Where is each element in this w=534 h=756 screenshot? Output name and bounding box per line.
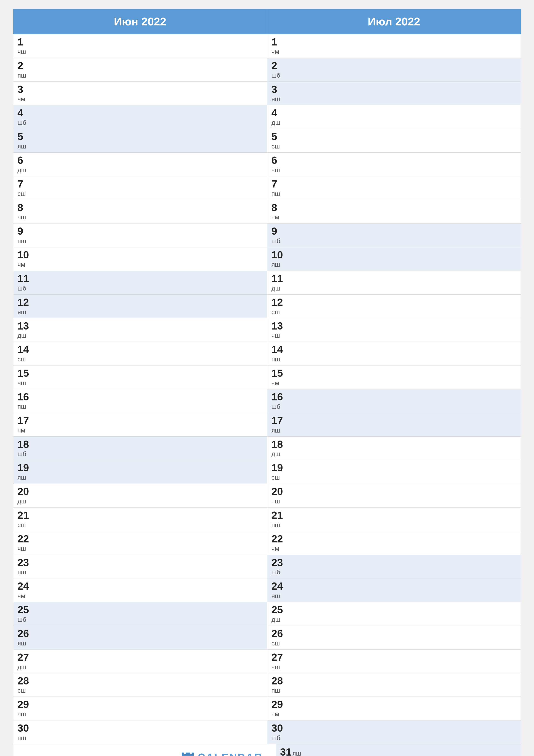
day-number: 24	[17, 580, 263, 592]
june-day-1: 1 чш	[13, 34, 267, 58]
july-day-20: 20 чш	[267, 484, 521, 507]
day-number: 9	[17, 226, 263, 237]
day-abbr: пш	[17, 403, 263, 411]
june-day-24: 24 чм	[13, 579, 267, 602]
day-number: 26	[271, 628, 517, 639]
day-abbr: дш	[17, 332, 263, 339]
calendar-logo: 7 CALENDAR	[181, 751, 263, 756]
june-day-30: 30 пш	[13, 720, 267, 744]
june-day-23: 23 пш	[13, 555, 267, 579]
day-abbr: дш	[17, 498, 263, 505]
july-day-26: 26 сш	[267, 626, 521, 650]
july-day-22: 22 чм	[267, 531, 521, 555]
july-day-27: 27 чш	[267, 650, 521, 673]
day-abbr: яш	[271, 592, 517, 600]
day-number: 2	[17, 60, 263, 71]
day-abbr: шб	[271, 237, 517, 245]
june-day-28: 28 сш	[13, 673, 267, 697]
july-day-25: 25 дш	[267, 602, 521, 626]
june-day-5: 5 яш	[13, 129, 267, 152]
july-day-1: 1 чм	[267, 34, 521, 58]
day-number: 10	[17, 249, 263, 261]
day-number: 18	[271, 439, 517, 450]
day-number: 27	[271, 652, 517, 663]
day-number: 26	[17, 628, 263, 639]
june-day-20: 20 дш	[13, 484, 267, 507]
june-title: Июн 2022	[114, 15, 166, 28]
june-day-13: 13 дш	[13, 318, 267, 342]
day-abbr: чм	[17, 95, 263, 103]
july-column: 1 чм 2 шб 3 яш 4 дш 5 сш 6 чш 7 пш 8 чм …	[267, 34, 521, 744]
day-abbr: чм	[17, 592, 263, 600]
day-abbr: пш	[271, 355, 517, 363]
day-abbr: яш	[17, 143, 263, 150]
day-abbr: сш	[17, 355, 263, 363]
day-abbr: дш	[271, 284, 517, 292]
day-number: 27	[17, 652, 263, 663]
day-abbr: чш	[271, 663, 517, 671]
day-number: 11	[271, 273, 517, 284]
july-day-17: 17 яш	[267, 413, 521, 437]
day-number: 8	[17, 202, 263, 214]
day-number: 29	[17, 699, 263, 710]
june-day-15: 15 чш	[13, 365, 267, 389]
day-number: 1	[271, 37, 517, 48]
june-day-2: 2 пш	[13, 58, 267, 82]
july-header: Июл 2022	[267, 9, 521, 34]
day-number: 15	[17, 368, 263, 379]
june-day-3: 3 чм	[13, 82, 267, 105]
day-abbr: яш	[271, 261, 517, 269]
june-day-11: 11 шб	[13, 271, 267, 295]
header-row: Июн 2022 Июл 2022	[13, 9, 521, 34]
day-number: 3	[17, 84, 263, 95]
day-abbr: шб	[271, 734, 517, 742]
day-abbr: сш	[271, 639, 517, 647]
july-day-19: 19 сш	[267, 460, 521, 484]
july-day-29: 29 чм	[267, 697, 521, 720]
day-number: 24	[271, 580, 517, 592]
day-abbr: яш	[292, 750, 301, 756]
day-abbr: шб	[17, 450, 263, 458]
day-number: 6	[271, 155, 517, 166]
day-abbr: чш	[17, 213, 263, 221]
day-abbr: дш	[17, 166, 263, 174]
day-abbr: чм	[271, 379, 517, 387]
day-abbr: дш	[271, 450, 517, 458]
june-day-9: 9 пш	[13, 224, 267, 247]
day-number: 4	[271, 107, 517, 119]
july-title: Июл 2022	[368, 15, 420, 28]
day-number: 16	[17, 392, 263, 403]
day-abbr: чм	[271, 545, 517, 553]
june-day-19: 19 яш	[13, 460, 267, 484]
day-abbr: чш	[17, 545, 263, 553]
day-abbr: шб	[271, 403, 517, 411]
day-number: 19	[17, 462, 263, 474]
day-abbr: пш	[271, 521, 517, 529]
july-day-2: 2 шб	[267, 58, 521, 82]
day-abbr: сш	[271, 474, 517, 481]
footer-left: 7 CALENDAR	[13, 744, 276, 756]
day-abbr: яш	[271, 95, 517, 103]
footer-right-day: 31 яш	[276, 744, 521, 756]
day-abbr: чш	[271, 166, 517, 174]
june-day-16: 16 пш	[13, 389, 267, 413]
day-number: 13	[271, 320, 517, 332]
day-abbr: чш	[271, 332, 517, 339]
june-day-26: 26 яш	[13, 626, 267, 650]
june-day-10: 10 чм	[13, 247, 267, 271]
july-day-18: 18 дш	[267, 437, 521, 460]
june-day-27: 27 дш	[13, 650, 267, 673]
day-number: 12	[271, 297, 517, 308]
day-abbr: пш	[17, 568, 263, 576]
day-number: 2	[271, 60, 517, 71]
day-number: 6	[17, 155, 263, 166]
day-abbr: чм	[17, 261, 263, 269]
calendar-container: Июн 2022 Июл 2022 1 чш 2 пш 3 чм 4 шб 5 …	[13, 9, 521, 756]
day-number: 18	[17, 439, 263, 450]
day-abbr: дш	[271, 119, 517, 126]
june-day-18: 18 шб	[13, 437, 267, 460]
day-number: 17	[17, 415, 263, 426]
day-abbr: чш	[17, 379, 263, 387]
day-abbr: сш	[17, 687, 263, 694]
july-day-21: 21 пш	[267, 507, 521, 531]
